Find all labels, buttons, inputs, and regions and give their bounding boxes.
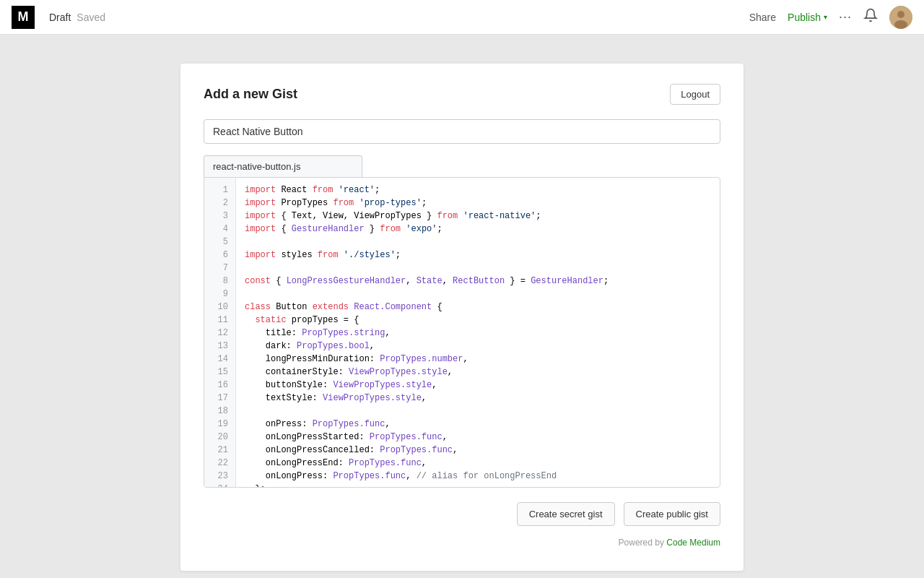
gist-name-input[interactable] bbox=[204, 119, 720, 144]
main-content: Add a new Gist Logout 123456789101112131… bbox=[0, 35, 924, 578]
filename-input[interactable] bbox=[204, 155, 362, 177]
notifications-button[interactable] bbox=[863, 8, 878, 26]
draft-label: Draft bbox=[49, 12, 71, 23]
nav-right: Share Publish ▾ ··· bbox=[749, 6, 912, 29]
code-content-area: 1234567891011121314151617181920212223242… bbox=[204, 178, 720, 487]
card-title: Add a new Gist bbox=[204, 87, 297, 102]
saved-label: Saved bbox=[77, 12, 105, 23]
svg-point-1 bbox=[897, 11, 905, 18]
gist-card: Add a new Gist Logout 123456789101112131… bbox=[180, 64, 744, 571]
code-lines: import React from 'react';import PropTyp… bbox=[236, 178, 720, 487]
top-navigation: M Draft Saved Share Publish ▾ ··· bbox=[0, 0, 924, 35]
avatar[interactable] bbox=[889, 6, 912, 29]
powered-by: Powered by Code Medium bbox=[204, 538, 720, 548]
nav-left: M Draft Saved bbox=[12, 6, 749, 29]
svg-point-2 bbox=[894, 20, 907, 29]
create-public-gist-button[interactable]: Create public gist bbox=[624, 502, 720, 526]
logout-button[interactable]: Logout bbox=[670, 84, 720, 105]
medium-logo[interactable]: M bbox=[12, 6, 35, 29]
code-editor[interactable]: 1234567891011121314151617181920212223242… bbox=[204, 177, 720, 488]
create-secret-gist-button[interactable]: Create secret gist bbox=[517, 502, 615, 526]
card-footer: Create secret gist Create public gist bbox=[204, 502, 720, 526]
share-button[interactable]: Share bbox=[749, 12, 776, 23]
more-options-button[interactable]: ··· bbox=[839, 9, 852, 25]
code-medium-link[interactable]: Code Medium bbox=[666, 538, 720, 548]
chevron-down-icon: ▾ bbox=[824, 13, 827, 21]
card-header: Add a new Gist Logout bbox=[204, 84, 720, 105]
publish-button[interactable]: Publish ▾ bbox=[788, 12, 827, 23]
line-numbers: 1234567891011121314151617181920212223242… bbox=[204, 178, 236, 487]
